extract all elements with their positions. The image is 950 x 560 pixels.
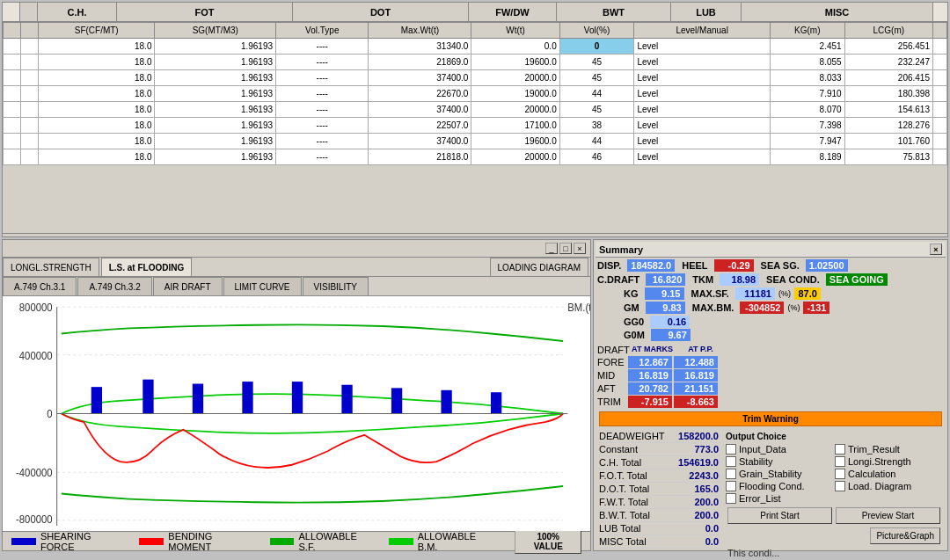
tab-longl[interactable]: LONGL.STRENGTH — [3, 258, 99, 276]
g0m-value: 9.67 — [651, 329, 691, 341]
row-toggle-2[interactable] — [4, 70, 21, 86]
maximize-btn[interactable]: □ — [559, 243, 572, 254]
summary-panel: Summary × DISP. 184582.0 HEEL -0.29 SEA … — [593, 239, 948, 551]
condition-row: This condi... — [726, 546, 942, 560]
bm-color — [139, 538, 164, 545]
table-row: 18.0 1.96193 ---- 21818.0 20000.0 46 Lev… — [4, 149, 947, 165]
cb-longi-strength[interactable] — [835, 456, 845, 467]
row-btn-1[interactable] — [21, 55, 39, 70]
trim-warning: Trim Warning — [599, 411, 942, 426]
row-toggle-0[interactable] — [4, 39, 21, 55]
cb-trim-result[interactable] — [835, 444, 845, 455]
table-row: 18.0 1.96193 ---- 37400.0 20000.0 45 Lev… — [4, 102, 947, 118]
row-btn-6[interactable] — [21, 134, 39, 149]
close-btn[interactable]: × — [574, 243, 586, 254]
row-toggle-4[interactable] — [4, 102, 21, 118]
col-vol: Vol(%) — [559, 23, 634, 39]
picture-graph-btn[interactable]: Picture&Graph — [870, 527, 940, 544]
svg-rect-20 — [491, 392, 501, 413]
cb-calculation[interactable] — [835, 469, 845, 479]
col-sf: SF(CF/MT) — [39, 23, 155, 39]
subtab-visibility[interactable]: VISIBILITY — [303, 277, 369, 295]
row-btn-5[interactable] — [21, 118, 39, 134]
bwt-header: BWT — [557, 3, 671, 21]
row-toggle-7[interactable] — [4, 149, 21, 165]
mid-row: MID 16.819 16.819 — [597, 369, 944, 382]
print-start-btn[interactable]: Print Start — [727, 507, 832, 524]
gg0-value: 0.16 — [650, 316, 690, 328]
dw-item-5: B.W.T. Total 200.0 — [597, 509, 720, 522]
col-maxwt: Max.Wt(t) — [369, 23, 471, 39]
sub-tabs: A.749 Ch.3.1 A.749 Ch.3.2 AIR DRAFT LIMI… — [3, 277, 590, 296]
dot-header: DOT — [293, 3, 469, 21]
mid-marks: 16.819 — [628, 369, 672, 382]
row-btn-3[interactable] — [21, 86, 39, 102]
row-toggle-3[interactable] — [4, 86, 21, 102]
pic-btn-row: Picture&Graph — [726, 526, 942, 546]
oc-longi-strength: Longi.Strength — [835, 456, 942, 467]
preview-start-btn[interactable]: Preview Start — [836, 507, 940, 524]
summary-title: Summary × — [596, 242, 946, 258]
row-btn-0[interactable] — [21, 39, 39, 55]
deadweight-section: DEADWEIGHT 158200.0 Constant 773.0 C.H. … — [596, 428, 946, 560]
misc-header: MISC — [742, 3, 933, 21]
row-btn-4[interactable] — [21, 102, 39, 118]
row-btn-7[interactable] — [21, 149, 39, 165]
dw-item-2: F.O.T. Total 2243.0 — [597, 469, 720, 483]
table-row: 18.0 1.96193 ---- 22670.0 19000.0 44 Lev… — [4, 86, 947, 102]
lub-header: LUB — [671, 3, 742, 21]
maxbm-value: -304852 — [740, 302, 784, 314]
subtab-a749-1[interactable]: A.749 Ch.3.1 — [3, 277, 77, 295]
cb-input-data[interactable] — [726, 444, 736, 455]
table-row: 18.0 1.96193 ---- 22507.0 17100.0 38 Lev… — [4, 118, 947, 134]
minimize-btn[interactable]: _ — [545, 243, 558, 254]
gm-value: 9.83 — [646, 302, 685, 314]
aft-pp: 21.151 — [674, 382, 718, 395]
svg-rect-19 — [441, 390, 451, 414]
deadweight-col: DEADWEIGHT 158200.0 Constant 773.0 C.H. … — [597, 430, 720, 560]
tab-loading-diagram[interactable]: LOADING DIAGRAM — [490, 258, 588, 276]
cb-load-diagram[interactable] — [835, 481, 845, 491]
panel-header: _ □ × — [3, 240, 590, 258]
draft-header: DRAFT AT MARKS AT P.P. — [597, 345, 944, 355]
subtab-air-draft[interactable]: AIR DRAFT — [153, 277, 223, 295]
diagram-svg: 800000 400000 0 -400000 -800000 BM.(t-m) — [3, 296, 590, 531]
cdraft-row: C.DRAFT 16.820 TKM 18.98 SEA COND. SEA G… — [597, 273, 944, 286]
tkm-value: 18.98 — [720, 273, 759, 286]
g0m-row: G0M 9.67 — [597, 329, 944, 341]
table-row: 18.0 1.96193 ---- 37400.0 20000.0 45 Lev… — [4, 70, 947, 86]
row-toggle-1[interactable] — [4, 55, 21, 70]
row-btn-2[interactable] — [21, 70, 39, 86]
summary-values: DISP. 184582.0 HEEL -0.29 SEA SG. 1.0250… — [596, 258, 946, 344]
tab-ls-flooding[interactable]: L.S. at FLOODING — [101, 258, 193, 276]
cb-error-list[interactable] — [726, 493, 736, 504]
subtab-a749-2[interactable]: A.749 Ch.3.2 — [77, 277, 151, 295]
col-level: Level/Manual — [634, 23, 771, 39]
fwdw-header: FW/DW — [469, 3, 557, 21]
svg-text:-400000: -400000 — [16, 466, 53, 479]
dw-items: Constant 773.0 C.H. Total 154619.0 F.O.T… — [597, 443, 720, 549]
svg-text:400000: 400000 — [19, 349, 53, 362]
top-table-section: C.H. FOT DOT FW/DW BWT LUB MISC SF(CF/MT… — [2, 2, 948, 237]
svg-text:800000: 800000 — [19, 301, 53, 314]
maxsf-value: 11181 — [735, 287, 775, 300]
total-row: 154619.0 — [3, 233, 947, 237]
dw-item-1: C.H. Total 154619.0 — [597, 456, 720, 469]
aft-marks: 20.782 — [628, 382, 672, 395]
cb-flooding-cond[interactable] — [726, 481, 736, 491]
subtab-limit-curve[interactable]: LIMIT CURVE — [223, 277, 302, 295]
cb-stability[interactable] — [726, 456, 736, 467]
summary-close-btn[interactable]: × — [930, 244, 942, 255]
disp-value: 184582.0 — [627, 259, 675, 272]
fore-row: FORE 12.867 12.488 — [597, 356, 944, 368]
action-buttons: Print Start Preview Start — [726, 504, 942, 526]
oc-load-diagram: Load. Diagram — [835, 481, 942, 491]
asf-color — [270, 538, 295, 545]
cb-grain-stability[interactable] — [726, 469, 736, 479]
svg-rect-13 — [142, 380, 153, 414]
row-toggle-5[interactable] — [4, 118, 21, 134]
dw-item-4: F.W.T. Total 200.0 — [597, 496, 720, 509]
trim-row: TRIM -7.915 -8.663 — [597, 396, 944, 408]
row-toggle-6[interactable] — [4, 134, 21, 149]
value-pct-btn[interactable]: 100% VALUE — [515, 529, 581, 554]
